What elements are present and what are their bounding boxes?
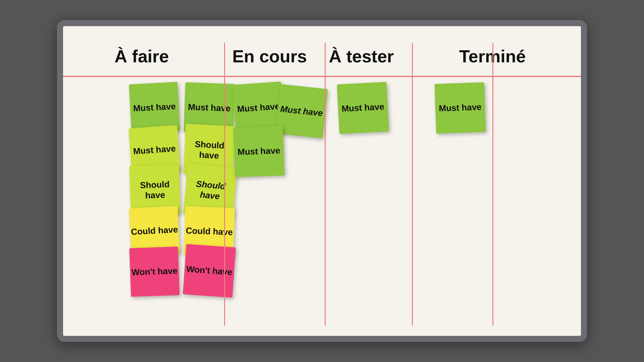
divider-4 — [492, 43, 493, 326]
sticky-note-n10[interactable]: Won't have — [183, 244, 236, 298]
column-headers: À faire En cours À tester Terminé — [63, 36, 581, 76]
col-header-encours: En cours — [220, 36, 319, 76]
divider-1 — [224, 43, 225, 326]
divider-2 — [325, 43, 326, 326]
sticky-note-n14[interactable]: Must have — [337, 82, 389, 134]
sticky-note-n15[interactable]: Must have — [434, 82, 486, 133]
sticky-note-n9[interactable]: Won't have — [129, 247, 180, 297]
sticky-note-n13[interactable]: Must have — [233, 126, 284, 177]
header-divider — [63, 76, 581, 77]
sticky-note-n12[interactable]: Must have — [275, 84, 328, 138]
whiteboard: À faire En cours À tester Terminé Must h… — [57, 20, 587, 342]
divider-3 — [412, 43, 413, 326]
col-header-afaire: À faire — [63, 36, 220, 76]
col-header-atester: À tester — [319, 36, 404, 76]
